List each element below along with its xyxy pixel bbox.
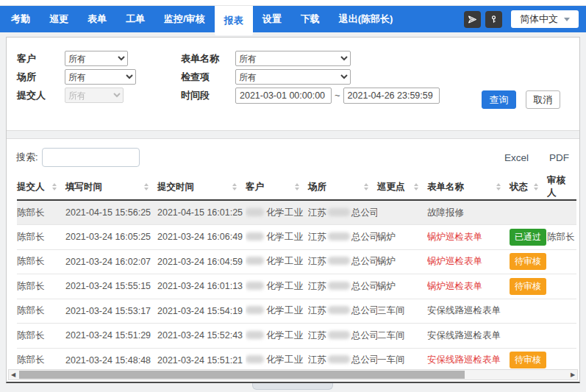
report-table: 提交人填写时间提交时间客户场所巡更点表单名称状态审核人 陈部长 2021-04-… <box>17 174 576 373</box>
excel-export-link[interactable]: Excel <box>504 152 529 163</box>
content-panel: 客户 所有 表单名称 所有 场所 所有 检查项 所有 提交人 所有 时间段 ~ … <box>6 37 580 383</box>
table-row[interactable]: 陈部长 2021-03-24 16:02:07 2021-03-24 16:04… <box>17 249 576 274</box>
sort-icon[interactable] <box>52 183 57 190</box>
column-header-label: 巡更点 <box>377 181 405 193</box>
horizontal-scrollbar[interactable]: ◀ ▶ <box>8 369 578 380</box>
venue-select[interactable]: 所有 <box>65 69 136 85</box>
search-input[interactable] <box>42 148 140 167</box>
pdf-export-link[interactable]: PDF <box>549 152 569 163</box>
query-button[interactable]: 查询 <box>482 90 516 109</box>
redacted-text <box>328 355 350 363</box>
cell-customer: 化学工业 <box>246 225 308 250</box>
cell-submitter: 陈部长 <box>17 225 65 250</box>
cell-submitter: 陈部长 <box>17 324 65 349</box>
table-row[interactable]: 陈部长 2021-03-24 16:05:25 2021-03-24 16:06… <box>17 225 576 250</box>
cell-patrol-point: 三车间 <box>377 299 427 324</box>
redacted-text <box>246 331 264 339</box>
table-row[interactable]: 陈部长 2021-04-15 15:56:25 2021-04-15 16:01… <box>17 200 576 225</box>
cell-patrol-point: 二车间 <box>377 324 427 349</box>
sort-icon[interactable] <box>496 183 501 190</box>
status-badge: 待审核 <box>510 352 546 368</box>
cell-submit-time: 2021-03-24 16:04:59 <box>157 249 246 274</box>
sort-icon[interactable] <box>534 183 538 190</box>
language-selector[interactable]: 简体中文 <box>511 10 579 28</box>
column-header[interactable]: 提交人 <box>17 174 65 200</box>
sort-icon[interactable] <box>364 183 368 190</box>
cell-status: 已通过 <box>510 225 547 250</box>
customer-label: 客户 <box>17 52 65 65</box>
sort-icon[interactable] <box>144 183 149 190</box>
cell-fill-time: 2021-04-15 15:56:25 <box>65 200 157 225</box>
redacted-text <box>246 208 264 216</box>
nav-item-巡更[interactable]: 巡更 <box>40 6 78 32</box>
nav-item-设置[interactable]: 设置 <box>253 6 291 32</box>
cell-submit-time: 2021-03-24 16:01:13 <box>157 274 246 299</box>
cell-status: 待审核 <box>510 249 547 274</box>
nav-item-表单[interactable]: 表单 <box>78 6 116 32</box>
nav-item-报表[interactable]: 报表 <box>215 6 253 35</box>
cell-customer: 化学工业 <box>246 200 308 225</box>
customer-select[interactable]: 所有 <box>65 51 128 66</box>
cell-reviewer <box>547 274 576 299</box>
column-header[interactable]: 巡更点 <box>377 174 427 200</box>
cancel-button[interactable]: 取消 <box>526 90 560 109</box>
redacted-text <box>328 257 350 265</box>
column-header[interactable]: 审核人 <box>547 174 576 200</box>
time-start-input[interactable] <box>235 88 332 104</box>
table-row[interactable]: 陈部长 2021-03-24 15:53:17 2021-03-24 15:54… <box>17 299 576 324</box>
column-header-label: 表单名称 <box>427 181 464 193</box>
redacted-text <box>246 355 264 363</box>
nav-item-工单[interactable]: 工单 <box>116 6 154 32</box>
time-end-input[interactable] <box>343 88 440 104</box>
column-header[interactable]: 填写时间 <box>65 174 157 200</box>
cell-customer: 化学工业 <box>246 299 308 324</box>
status-badge: 已通过 <box>510 229 546 246</box>
sort-icon[interactable] <box>232 183 237 190</box>
nav-item-监控/审核[interactable]: 监控/审核 <box>154 6 215 32</box>
column-header[interactable]: 状态 <box>510 174 547 200</box>
column-header[interactable]: 提交时间 <box>157 174 246 200</box>
collapse-handle[interactable] <box>252 383 333 390</box>
filter-section: 客户 所有 表单名称 所有 场所 所有 检查项 所有 提交人 所有 时间段 ~ … <box>7 38 579 130</box>
cell-submitter: 陈部长 <box>17 274 65 299</box>
column-header-label: 审核人 <box>547 174 568 199</box>
nav-item-退出(陈部长)[interactable]: 退出(陈部长) <box>329 6 403 32</box>
column-header[interactable]: 客户 <box>246 174 308 200</box>
table-row[interactable]: 陈部长 2021-03-24 15:55:15 2021-03-24 16:01… <box>17 274 576 299</box>
sort-icon[interactable] <box>414 183 418 190</box>
cell-venue: 江苏总公司 <box>308 225 377 250</box>
cell-patrol-point: 锅炉 <box>377 225 427 250</box>
scroll-right-icon[interactable]: ▶ <box>568 370 577 379</box>
main-nav: 考勤巡更表单工单监控/审核报表设置下载退出(陈部长) 简体中文 <box>0 6 586 32</box>
redacted-text <box>328 282 350 290</box>
nav-item-下载[interactable]: 下载 <box>291 6 329 32</box>
cell-form-name: 故障报修 <box>427 200 510 225</box>
form-name-select[interactable]: 所有 <box>235 51 351 66</box>
cell-reviewer <box>547 324 576 349</box>
cell-reviewer <box>547 200 576 225</box>
top-strip <box>0 0 586 6</box>
table-header-row: 提交人填写时间提交时间客户场所巡更点表单名称状态审核人 <box>17 174 576 200</box>
check-item-select[interactable]: 所有 <box>235 69 351 85</box>
sort-icon[interactable] <box>295 183 299 190</box>
scroll-left-icon[interactable]: ◀ <box>9 370 18 379</box>
nav-item-考勤[interactable]: 考勤 <box>1 6 40 32</box>
cell-fill-time: 2021-03-24 15:53:17 <box>65 299 157 324</box>
scrollbar-thumb[interactable] <box>19 371 465 379</box>
column-header[interactable]: 场所 <box>308 174 377 200</box>
cell-customer: 化学工业 <box>246 274 308 299</box>
cell-reviewer <box>547 299 576 324</box>
venue-label: 场所 <box>17 71 65 84</box>
cell-reviewer: 陈部长 <box>547 225 576 250</box>
send-icon[interactable] <box>464 11 481 28</box>
cell-fill-time: 2021-03-24 15:51:29 <box>65 324 157 349</box>
cell-form-name: 锅炉巡检表单 <box>427 274 510 299</box>
time-separator: ~ <box>335 90 340 101</box>
nav-right-area: 简体中文 <box>464 6 586 32</box>
cell-status: 待审核 <box>510 274 547 299</box>
column-header[interactable]: 表单名称 <box>427 174 510 200</box>
cell-customer: 化学工业 <box>246 249 308 274</box>
key-icon[interactable] <box>485 11 502 28</box>
table-row[interactable]: 陈部长 2021-03-24 15:51:29 2021-03-24 15:52… <box>17 324 576 349</box>
cell-status <box>510 324 547 349</box>
